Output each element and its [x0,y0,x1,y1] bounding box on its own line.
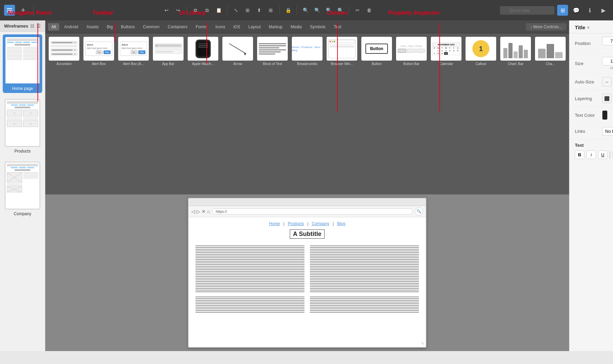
component-block-of-text[interactable]: Block of Text [255,35,290,67]
text-align-left-btn[interactable]: ≡ [610,151,610,159]
component-button[interactable]: Button Button [359,35,394,67]
filter-all[interactable]: All [48,23,59,31]
pi-layer-front-btn[interactable]: ⬛ [602,94,612,103]
navigator-header: Wireframes ⊟ ☰ [0,20,45,32]
wf-back-btn[interactable]: ◁ [191,209,195,214]
search1-button[interactable]: 🔍 [300,5,311,15]
redo-button[interactable]: ↪ [173,5,183,15]
block-of-text-label: Block of Text [263,62,282,66]
alert-box-a-preview: Alert Alert text goes here No Yes [118,37,149,61]
filter-common[interactable]: Common [140,23,163,31]
wf-search-btn[interactable]: 🔍 [415,207,423,216]
toolbar: + ↩ ↪ ⧉ ⧉ 📋 ⤡ ⊞ ⬆ ⊞ 🔒 🔍 🔍 🔍 🔍 ✂ 🗑 [0,0,613,20]
component-button-bar[interactable]: One | Two | Three Button Bar [394,35,429,67]
pi-text-color-swatch[interactable] [602,110,608,120]
filter-layout[interactable]: Layout [245,23,264,31]
search3-button[interactable]: 🔍 [324,5,334,15]
wf-close-btn[interactable]: ✕ [202,209,206,214]
filter-symbols[interactable]: Symbols [306,23,329,31]
page-item-home[interactable]: Home page [3,34,42,93]
quick-add-input[interactable] [500,6,554,15]
lock-button[interactable]: 🔒 [283,5,293,15]
component-chart-bar[interactable]: Chart: Bar [498,35,533,67]
filter-containers[interactable]: Containers [164,23,191,31]
text-underline-btn[interactable]: U [598,151,608,159]
arrow-label: Arrow [233,62,242,66]
component-apple-watch[interactable]: Apple Watch... [186,35,220,67]
filter-android[interactable]: Android [61,23,81,31]
toolbar-separator-2 [187,6,187,14]
filter-text[interactable]: Text [330,23,345,31]
paste-in-place-button[interactable]: ⧉ [202,5,212,15]
text-bold-btn[interactable]: B [575,151,584,159]
page-item-company[interactable]: Company [3,160,42,218]
component-chart2[interactable]: Cha... [533,35,568,67]
pi-layering-label: Layering [575,96,602,101]
wf-link-products[interactable]: Products [288,221,304,226]
component-alert-box[interactable]: Alert Alert text goes here No Yes Alert … [81,35,116,67]
pi-width-input[interactable] [602,57,613,65]
filter-ios[interactable]: iOS [230,23,243,31]
filter-markup[interactable]: Markup [265,23,286,31]
page-item-products[interactable]: ✕ ✕ ✕ ✕ [3,97,42,156]
component-callout[interactable]: 1 Callout [463,35,498,67]
undo-button[interactable]: ↩ [161,5,172,15]
filter-media[interactable]: Media [287,23,305,31]
add-button[interactable]: + [18,5,29,16]
button-bar-preview: One | Two | Three [396,37,427,61]
component-arrow[interactable]: Arrow [220,35,255,67]
search4-button[interactable]: 🔍 [335,5,345,15]
navigator-grid-view-btn[interactable]: ⊟ [30,23,34,29]
component-breadcrumbs[interactable]: Home › Products › Item › Blog Breadcrumb… [290,35,325,67]
wf-url-input[interactable] [212,208,413,215]
comment-btn[interactable]: 💬 [571,5,582,16]
pi-links-select[interactable]: No Link [602,127,613,136]
filter-big[interactable]: Big [104,23,116,31]
button-preview: Button [361,37,392,61]
grid-button[interactable]: ⊞ [266,5,276,15]
filter-buttons[interactable]: Buttons [117,23,138,31]
info-btn[interactable]: ℹ [584,5,595,16]
delete-button[interactable]: 🗑 [364,5,374,15]
component-app-bar[interactable]: App Bar [151,35,186,67]
upload-button[interactable]: ⬆ [254,5,264,15]
play-btn[interactable]: ▶ [598,5,609,16]
wf-forward-btn[interactable]: ▷ [197,209,200,214]
group-button[interactable]: ⊞ [242,5,253,15]
text-italic-btn[interactable]: i [586,151,596,159]
resize-button[interactable]: ⤡ [231,5,241,15]
resize-handle[interactable]: ⤡ [421,341,424,346]
component-browser-win[interactable]: Browser Win... [325,35,359,67]
apple-watch-label: Apple Watch... [192,62,214,66]
pi-x-input[interactable] [602,37,613,45]
component-accordion[interactable]: ▼ ▼ ▼ Accordion [47,35,81,67]
filter-icons[interactable]: Icons [212,23,229,31]
pi-links-row: Links No Link ▼ Hide [569,124,613,139]
wf-link-company[interactable]: Company [312,221,329,226]
more-controls-button[interactable]: ↓ More Controls... [526,23,566,31]
wf-home-btn[interactable]: ⌂ [207,209,210,214]
pi-auto-size-row: Auto-Size ↔ [569,74,613,90]
calendar-label: Calendar [439,62,453,66]
wireframe-nav-buttons: ◁ ▷ ✕ ⌂ [191,209,210,214]
wireframe-text-left [195,246,304,293]
pi-text-color-label: Text Color [575,113,602,118]
property-panel-btn[interactable]: ⊞ [557,5,568,16]
pi-position-row: Position X Y [569,33,613,53]
callout-inner: 1 [472,40,489,57]
navigator-toggle-btn[interactable] [4,5,15,16]
page-thumbnail-company [5,162,40,209]
wf-link-home[interactable]: Home [269,221,280,226]
search2-button[interactable]: 🔍 [312,5,322,15]
filter-assets[interactable]: Assets [83,23,102,31]
clipboard-button[interactable]: 📋 [214,5,224,15]
copy-button[interactable]: ⧉ [190,5,201,15]
component-alert-box-a[interactable]: Alert Alert text goes here No Yes Alert … [116,35,151,67]
filter-forms[interactable]: Forms [192,23,211,31]
cut-button[interactable]: ✂ [352,5,363,15]
component-calendar[interactable]: NOVEMBER 2022 S M T W T F S 1 [429,35,463,67]
navigator-list-view-btn[interactable]: ☰ [36,23,41,29]
page-thumbnail-home [5,36,40,84]
pi-auto-size-horizontal-btn[interactable]: ↔ [602,77,612,86]
wf-link-blog[interactable]: Blog [337,221,345,226]
